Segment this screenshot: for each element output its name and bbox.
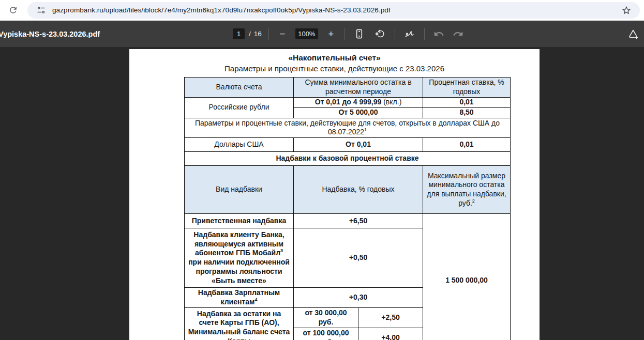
browser-address-bar: gazprombank.ru/upload/files/iblock/7e4/m… [0, 0, 644, 21]
cell-rub-tier1-rate: 0,01 [423, 97, 511, 107]
page-number-input[interactable]: 1 [233, 28, 245, 39]
header-currency: Валюта счета [185, 78, 294, 98]
page-count-separator: / [249, 30, 251, 38]
pdf-page: «Накопительный счет» Параметры и процент… [129, 49, 540, 340]
url-input[interactable]: gazprombank.ru/upload/files/iblock/7e4/m… [27, 2, 640, 19]
cell-usd-label: Доллары США [185, 138, 294, 152]
cell-bonus-mobile-value: +0,50 [294, 228, 423, 288]
cell-bonus-card-tier1-range: от 30 000,00 руб. [294, 307, 358, 328]
add-annotation-icon[interactable] [625, 26, 641, 42]
header-rate: Процентная ставка, % годовых [423, 78, 511, 98]
pdf-filename: Vypiska-NS-s-23.03.2026.pdf [0, 21, 100, 47]
document-title: «Накопительный счет» [129, 52, 540, 63]
header-bonus-type: Вид надбавки [185, 166, 294, 214]
zoom-out-button[interactable]: − [276, 27, 289, 41]
site-settings-icon[interactable] [34, 4, 48, 17]
cell-rub-tier2-range: От 5 000,00 [294, 107, 423, 118]
pdf-viewer-canvas[interactable]: «Накопительный счет» Параметры и процент… [0, 47, 644, 340]
toolbar-divider [345, 28, 345, 40]
toolbar-divider [395, 28, 395, 40]
fit-to-page-icon[interactable] [352, 26, 367, 42]
document-subtitle: Параметры и процентные ставки, действующ… [129, 63, 540, 74]
toolbar-right-group [625, 21, 641, 47]
draw-annotation-icon[interactable] [402, 26, 417, 42]
cell-bonus-max-value: 1 500 000,00 [423, 214, 511, 340]
pdf-controls: 1 / 16 − 100% + [233, 21, 466, 47]
header-min-balance: Сумма минимального остатка в расчетном п… [294, 78, 423, 98]
header-bonus-max: Максимальный размер минимального остатка… [423, 166, 511, 214]
cell-bonus-card-tier2-range: от 100 000,00 руб. [294, 328, 358, 340]
zoom-in-button[interactable]: + [324, 27, 338, 41]
cell-bonus-section-title: Надбавки к базовой процентной ставке [185, 152, 511, 166]
redo-icon[interactable] [451, 26, 466, 42]
toolbar-divider [268, 28, 269, 40]
header-bonus-value: Надбавка, % годовых [294, 166, 423, 214]
cell-rub-tier1-range: От 0,01 до 4 999,99 (вкл.) [294, 97, 423, 107]
cell-bonus-card-tier2-value: +4,00 [358, 328, 423, 340]
cell-bonus-welcome-value: +6,50 [294, 214, 423, 228]
cell-bonus-salary-value: +0,30 [294, 288, 423, 308]
cell-usd-note: Параметры и процентные ставки, действующ… [185, 118, 511, 138]
cell-bonus-salary-label: Надбавка Зарплатным клиентам4 [185, 288, 294, 308]
cell-rub-label: Российские рубли [185, 97, 294, 118]
cell-rub-tier2-rate: 8,50 [423, 107, 511, 118]
cell-bonus-card-label: Надбавка за остатки на счете Карты ГПБ (… [185, 307, 294, 340]
reload-icon[interactable] [4, 2, 22, 19]
cell-bonus-mobile-label: Надбавка клиенту Банка, являющемуся акти… [185, 228, 294, 288]
toolbar-divider [424, 28, 425, 40]
cell-usd-range: От 0,01 [294, 138, 423, 152]
cell-bonus-welcome-label: Приветственная надбавка [185, 214, 294, 228]
cell-bonus-card-tier1-value: +2,50 [358, 307, 423, 328]
rates-table: Валюта счета Сумма минимального остатка … [184, 77, 511, 340]
undo-icon[interactable] [431, 26, 447, 42]
url-text[interactable]: gazprombank.ru/upload/files/iblock/7e4/m… [52, 6, 620, 14]
pdf-toolbar: Vypiska-NS-s-23.03.2026.pdf 1 / 16 − 100… [0, 21, 644, 47]
bookmark-star-icon[interactable] [620, 4, 633, 17]
cell-usd-rate: 0,01 [423, 138, 511, 152]
rotate-icon[interactable] [372, 26, 388, 42]
zoom-level[interactable]: 100% [295, 28, 318, 39]
page-count-total: 16 [254, 30, 262, 38]
